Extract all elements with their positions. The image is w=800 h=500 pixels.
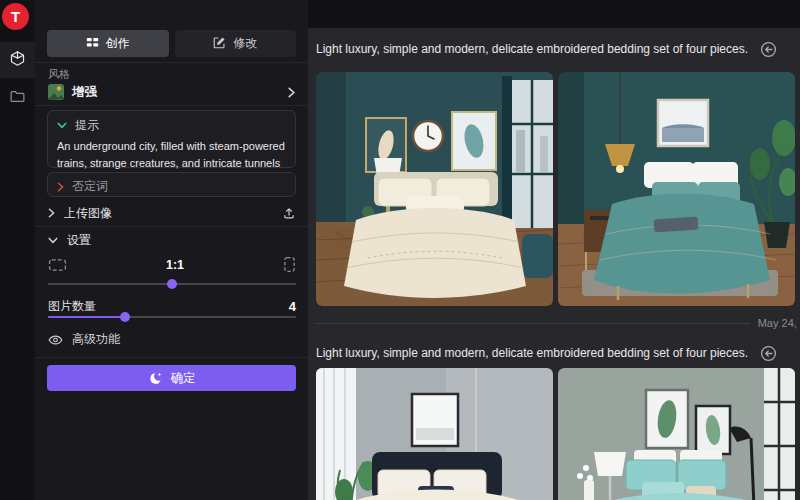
confirm-button[interactable]: 确定	[47, 365, 296, 391]
chevron-down-icon	[48, 237, 58, 244]
generation-group-header: Light luxury, simple and modern, delicat…	[316, 40, 796, 58]
upload-section-label: 上传图像	[64, 205, 273, 222]
cube-icon	[9, 50, 26, 71]
rail-item-models[interactable]	[0, 42, 35, 78]
confirm-button-label: 确定	[171, 370, 196, 387]
negative-prompt-box[interactable]: 否定词	[47, 172, 296, 197]
generation-group-header: Light luxury, simple and modern, delicat…	[316, 344, 796, 362]
landscape-ratio-icon	[48, 258, 67, 272]
prompt-section-label: 提示	[75, 117, 99, 134]
results-feed: Light luxury, simple and modern, delicat…	[308, 0, 800, 500]
prompt-box[interactable]: 提示 An underground city, filled with stea…	[47, 110, 296, 168]
aspect-ratio-row: 1:1	[48, 256, 296, 273]
upload-image-row[interactable]: 上传图像	[48, 204, 296, 222]
generated-image[interactable]	[558, 368, 795, 500]
aspect-ratio-value: 1:1	[76, 258, 274, 272]
chevron-right-icon[interactable]	[57, 182, 64, 192]
negative-section-label: 否定词	[72, 178, 108, 195]
generated-image[interactable]	[316, 72, 553, 306]
aspect-ratio-slider[interactable]	[48, 279, 296, 289]
advanced-features-row[interactable]: 高级功能	[48, 331, 296, 348]
generated-image[interactable]	[558, 72, 795, 306]
style-selector[interactable]: 增强	[48, 83, 296, 101]
eye-icon	[48, 334, 63, 346]
chevron-right-icon	[287, 87, 296, 98]
generation-prompt-text: Light luxury, simple and modern, delicat…	[316, 42, 748, 56]
generation-prompt-text: Light luxury, simple and modern, delicat…	[316, 346, 748, 360]
image-count-slider[interactable]	[48, 312, 296, 322]
generation-group-footer: May 24, 1	[316, 315, 800, 331]
generation-panel: 创作 修改 风格 增强	[35, 0, 308, 500]
reuse-prompt-icon[interactable]	[760, 345, 777, 362]
aspect-ratio-slider-thumb[interactable]	[167, 279, 177, 289]
advanced-features-label: 高级功能	[72, 331, 120, 348]
crescent-sparkle-icon	[148, 371, 163, 386]
edit-icon	[213, 36, 226, 52]
tab-create-label: 创作	[106, 35, 130, 52]
divider	[316, 323, 750, 324]
style-section-label: 风格	[48, 67, 70, 82]
app-logo[interactable]: T	[2, 3, 29, 30]
style-value: 增强	[72, 84, 279, 101]
create-grid-icon	[86, 36, 99, 52]
portrait-ratio-icon	[283, 256, 296, 273]
tab-modify[interactable]: 修改	[175, 30, 297, 57]
generation-date: May 24, 1	[758, 317, 800, 329]
chevron-right-icon	[48, 208, 55, 218]
upload-icon[interactable]	[282, 206, 296, 220]
chevron-down-icon[interactable]	[57, 122, 67, 129]
tab-modify-label: 修改	[233, 35, 257, 52]
mode-tabs: 创作 修改	[47, 30, 296, 57]
folder-icon	[9, 88, 26, 109]
top-bar	[308, 0, 800, 28]
tab-create[interactable]: 创作	[47, 30, 169, 57]
app-rail: T	[0, 0, 35, 500]
generated-image[interactable]	[316, 368, 553, 500]
rail-item-files[interactable]	[0, 80, 35, 116]
reuse-prompt-icon[interactable]	[760, 41, 777, 58]
style-thumbnail-icon	[48, 84, 64, 100]
settings-header[interactable]: 设置	[48, 232, 296, 248]
settings-section-label: 设置	[67, 232, 91, 249]
image-count-slider-thumb[interactable]	[120, 312, 130, 322]
